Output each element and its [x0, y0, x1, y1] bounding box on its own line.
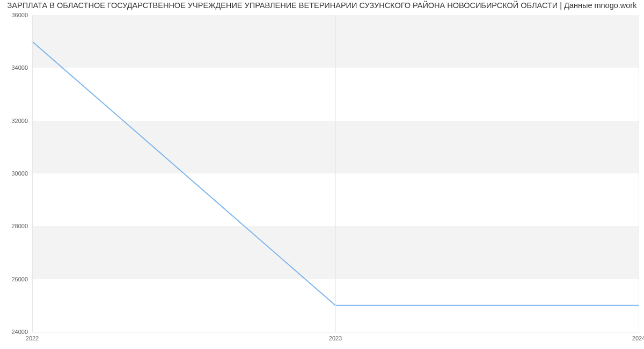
- x-gridline: [335, 15, 336, 332]
- y-tick-label: 36000: [11, 12, 28, 18]
- x-tick-label: 2024: [632, 335, 644, 341]
- y-tick-label: 32000: [11, 118, 28, 124]
- x-gridline: [639, 15, 639, 332]
- x-tick-label: 2022: [26, 335, 39, 341]
- salary-chart: ЗАРПЛАТА В ОБЛАСТНОЕ ГОСУДАРСТВЕННОЕ УЧР…: [0, 0, 644, 349]
- y-tick-label: 28000: [11, 223, 28, 229]
- plot-area: 2400026000280003000032000340003600020222…: [32, 15, 639, 332]
- x-gridline: [32, 15, 33, 332]
- y-tick-label: 34000: [11, 64, 28, 71]
- x-tick-label: 2023: [329, 335, 342, 341]
- chart-title: ЗАРПЛАТА В ОБЛАСТНОЕ ГОСУДАРСТВЕННОЕ УЧР…: [0, 1, 644, 10]
- y-tick-label: 30000: [11, 170, 28, 177]
- y-tick-label: 24000: [11, 329, 28, 335]
- y-tick-label: 26000: [11, 276, 28, 282]
- x-axis-line: [32, 332, 639, 332]
